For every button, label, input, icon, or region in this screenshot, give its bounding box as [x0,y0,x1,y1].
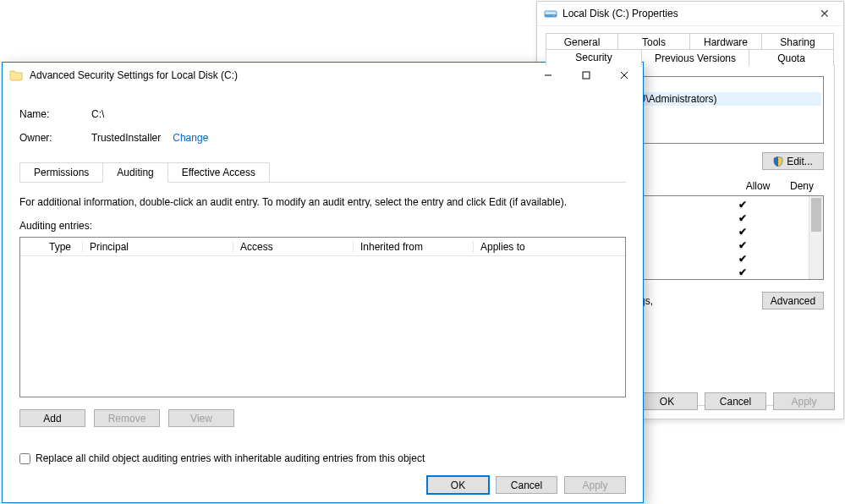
check-icon [721,253,765,265]
advanced-tabs: Permissions Auditing Effective Access [19,162,626,183]
col-principal[interactable]: Principal [83,241,233,253]
tab-auditing[interactable]: Auditing [102,162,167,183]
add-button[interactable]: Add [19,409,85,427]
remove-button[interactable]: Remove [94,409,160,427]
advanced-security-window: Advanced Security Settings for Local Dis… [2,62,644,503]
tab-general[interactable]: General [546,33,618,50]
allow-header: Allow [736,180,780,192]
col-inherited-from[interactable]: Inherited from [354,241,474,253]
view-button[interactable]: View [168,409,234,427]
properties-titlebar[interactable]: Local Disk (C:) Properties ✕ [537,2,843,26]
advanced-cancel-button[interactable]: Cancel [496,476,557,494]
check-icon [721,212,765,224]
name-value: C:\ [91,108,104,120]
tab-hardware[interactable]: Hardware [689,33,762,50]
advanced-title: Advanced Security Settings for Local Dis… [30,69,529,81]
auditing-entries-list[interactable]: Type Principal Access Inherited from App… [19,237,626,397]
properties-ok-button[interactable]: OK [636,392,698,410]
maximize-button[interactable] [567,63,605,88]
check-icon [721,199,765,211]
tab-previous-versions[interactable]: Previous Versions [641,49,749,66]
auditing-entries-header: Type Principal Access Inherited from App… [20,238,625,256]
advanced-ok-button[interactable]: OK [427,476,489,494]
svg-rect-4 [583,72,590,79]
check-icon [721,226,765,238]
tab-permissions[interactable]: Permissions [19,162,103,183]
deny-header: Deny [780,180,824,192]
replace-child-checkbox[interactable] [19,453,30,464]
folder-icon [9,68,23,82]
svg-rect-1 [545,14,557,17]
shield-icon [773,156,783,167]
advanced-close-button[interactable] [605,63,643,88]
replace-child-label: Replace all child object auditing entrie… [36,452,425,464]
tab-quota[interactable]: Quota [749,49,834,66]
tab-tools[interactable]: Tools [617,33,690,50]
properties-tabs-row1: General Tools Hardware Sharing [546,33,835,50]
advanced-apply-button[interactable]: Apply [564,476,626,494]
owner-label: Owner: [19,132,91,144]
properties-tabs-row2: Security Previous Versions Quota [546,49,835,66]
properties-apply-button[interactable]: Apply [773,392,835,410]
col-type[interactable]: Type [42,241,83,253]
name-label: Name: [19,108,91,120]
check-icon [721,239,765,251]
properties-cancel-button[interactable]: Cancel [705,392,766,410]
replace-child-checkbox-row[interactable]: Replace all child object auditing entrie… [19,452,626,464]
col-access[interactable]: Access [233,241,354,253]
tab-sharing[interactable]: Sharing [761,33,834,50]
advanced-button[interactable]: Advanced [762,292,824,310]
tab-security[interactable]: Security [546,49,642,66]
check-icon [721,266,765,278]
auditing-info-text: For additional information, double-click… [19,196,626,208]
tab-effective-access[interactable]: Effective Access [167,162,270,183]
advanced-footer: OK Cancel Apply [19,464,626,494]
properties-close-button[interactable]: ✕ [805,7,843,20]
edit-button[interactable]: Edit... [762,152,824,170]
drive-icon [544,7,557,20]
properties-title: Local Disk (C:) Properties [562,8,805,19]
change-owner-link[interactable]: Change [173,132,208,144]
owner-value: TrustedInstaller [91,132,161,144]
col-applies-to[interactable]: Applies to [474,241,625,253]
auditing-tab-body: For additional information, double-click… [19,182,626,494]
edit-button-label: Edit... [787,156,813,167]
svg-point-2 [553,15,555,17]
minimize-button[interactable] [529,63,567,88]
permissions-scrollbar[interactable] [809,196,823,279]
advanced-titlebar[interactable]: Advanced Security Settings for Local Dis… [3,63,643,88]
auditing-entries-label: Auditing entries: [19,220,626,232]
